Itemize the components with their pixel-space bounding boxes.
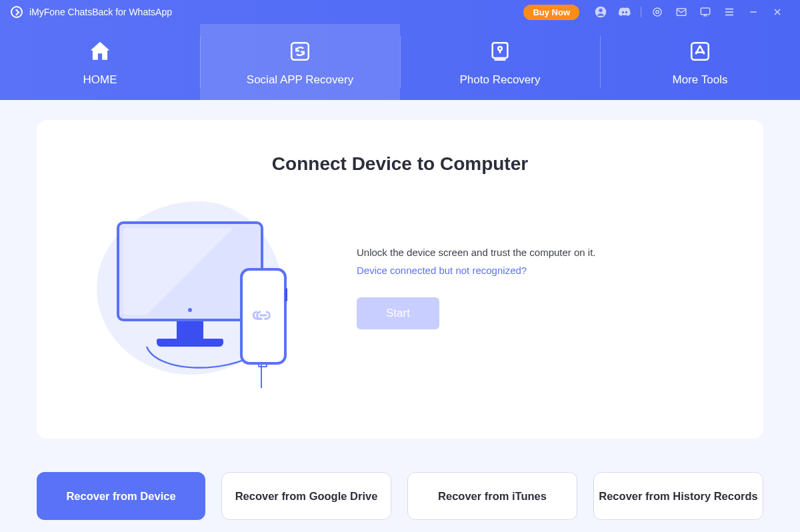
tab-photo-recovery[interactable]: Photo Recovery <box>400 24 600 100</box>
option-recover-from-itunes[interactable]: Recover from iTunes <box>407 472 577 520</box>
mail-icon[interactable] <box>675 5 688 19</box>
close-button[interactable] <box>771 5 784 19</box>
link-icon <box>253 309 274 325</box>
svg-point-3 <box>656 11 659 14</box>
tab-label: Photo Recovery <box>460 73 541 87</box>
svg-rect-5 <box>701 8 710 15</box>
instruction-text: Unlock the device screen and trust the c… <box>357 247 723 258</box>
svg-point-14 <box>498 47 502 51</box>
tab-label: More Tools <box>673 73 728 87</box>
discord-icon[interactable] <box>618 5 631 19</box>
tab-home[interactable]: HOME <box>0 24 200 100</box>
menu-icon[interactable] <box>723 5 736 19</box>
tab-more-tools[interactable]: More Tools <box>600 24 800 100</box>
page-title: Connect Device to Computer <box>77 153 723 175</box>
option-recover-from-history-records[interactable]: Recover from History Records <box>593 472 763 520</box>
appstore-icon <box>686 37 714 65</box>
minimize-button[interactable] <box>747 5 760 19</box>
recovery-options: Recover from Device Recover from Google … <box>0 472 800 520</box>
svg-point-2 <box>653 8 661 16</box>
app-logo-icon <box>11 6 23 18</box>
nav-tabs: HOME Social APP Recovery Photo Recovery … <box>0 24 800 100</box>
photo-icon <box>486 37 514 65</box>
svg-rect-12 <box>291 43 309 60</box>
instruction-panel: Unlock the device screen and trust the c… <box>330 247 723 329</box>
main-card: Connect Device to Computer Unlock the de… <box>37 120 763 439</box>
svg-rect-15 <box>691 43 709 60</box>
refresh-app-icon <box>286 37 314 65</box>
app-title: iMyFone ChatsBack for WhatsApp <box>29 7 172 17</box>
option-recover-from-device[interactable]: Recover from Device <box>37 472 205 520</box>
tab-social-app-recovery[interactable]: Social APP Recovery <box>200 24 400 100</box>
troubleshoot-link[interactable]: Device connected but not recognized? <box>357 265 723 276</box>
title-bar: iMyFone ChatsBack for WhatsApp Buy Now <box>0 0 800 24</box>
feedback-icon[interactable] <box>699 5 712 19</box>
tab-label: Social APP Recovery <box>247 73 353 87</box>
target-icon[interactable] <box>651 5 664 19</box>
tab-label: HOME <box>83 73 117 87</box>
svg-point-1 <box>599 9 602 12</box>
start-button[interactable]: Start <box>357 297 439 329</box>
home-icon <box>86 37 114 65</box>
buy-now-button[interactable]: Buy Now <box>523 5 579 20</box>
account-icon[interactable] <box>594 5 607 19</box>
connect-illustration <box>77 195 330 381</box>
option-recover-from-google-drive[interactable]: Recover from Google Drive <box>221 472 391 520</box>
separator <box>641 7 641 17</box>
